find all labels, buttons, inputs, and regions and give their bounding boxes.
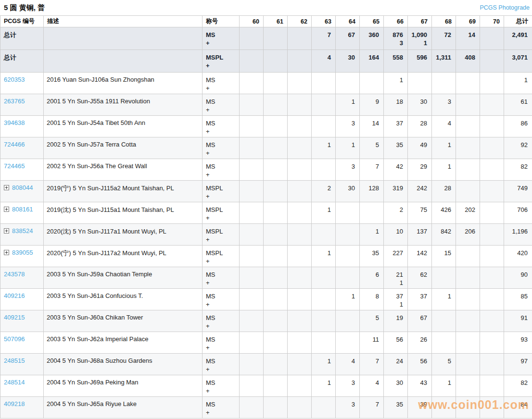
- coin-row: 2435782003 5 Yn Sun-J59a Chaotian Temple…: [0, 267, 532, 289]
- grade-count: 7: [361, 357, 379, 365]
- pcgs-id-cell: 838524: [0, 224, 44, 246]
- grade-count-cell-70: [480, 159, 504, 181]
- grade-count-cell-70: [480, 310, 504, 332]
- grade-count-cell-65: 1: [360, 224, 384, 246]
- pcgs-id-link[interactable]: 839055: [12, 249, 33, 256]
- row-total-cell: 92: [504, 137, 532, 159]
- pcgs-id-link[interactable]: 409215: [4, 314, 25, 321]
- grade-count: 67: [409, 314, 427, 322]
- grade-count-cell-64: 3: [336, 159, 360, 181]
- pcgs-id-link[interactable]: 248514: [4, 379, 25, 386]
- description-cell: 2002 5 Yn Sun-J56a The Great Wall: [44, 159, 203, 181]
- designation-cell: MSPL+: [203, 202, 240, 224]
- pcgs-id-wrap: 243578: [4, 271, 41, 278]
- grade-count-cell-62: [288, 116, 312, 137]
- pcgs-id-link[interactable]: 808044: [12, 184, 33, 191]
- pcgs-id-link[interactable]: 620353: [4, 76, 25, 83]
- grade-count: 28: [409, 119, 427, 127]
- designation-plus: +: [206, 300, 236, 308]
- grade-count-cell-62: [288, 202, 312, 224]
- pcgs-id-link[interactable]: 394638: [4, 119, 25, 126]
- grade-count-cell-60: [240, 202, 264, 224]
- grade-count: 137: [409, 227, 427, 235]
- grade-count-cell-65: 5: [360, 310, 384, 332]
- grade-count-cell-61: [264, 181, 288, 202]
- coin-row: 4092162003 5 Yn Sun-J61a Confucious T.MS…: [0, 289, 532, 310]
- column-header-pcgs-id: PCGS 编号: [0, 16, 44, 27]
- coin-row: 4092152003 5 Yn Sun-J60a Chikan TowerMS+…: [0, 310, 532, 332]
- pcgs-id-link[interactable]: 724466: [4, 141, 25, 148]
- grade-count-cell-64: [336, 224, 360, 246]
- pcgs-id-cell: 839055: [0, 246, 44, 267]
- grade-count-cell-68: 426: [432, 202, 456, 224]
- grade-count: 30: [337, 53, 355, 62]
- grade-count-cell-63: [312, 310, 336, 332]
- designation-plus: +: [206, 235, 236, 244]
- pcgs-id-link[interactable]: 248515: [4, 357, 25, 364]
- coin-row: 8385242020(沈) 5 Yn Sun-J117a1 Mount Wuyi…: [0, 224, 532, 246]
- grade-count: 8: [361, 292, 379, 300]
- designation-text: MS: [206, 31, 236, 39]
- column-header-designation: 称号: [203, 16, 240, 27]
- description-cell: 2001 5 Yn Sun-J55a 1911 Revolution: [44, 94, 203, 116]
- pcgs-id-link[interactable]: 243578: [4, 271, 25, 278]
- row-total-cell: 1,196: [504, 224, 532, 246]
- pcgs-id-link[interactable]: 808161: [12, 206, 33, 213]
- grade-count-cell-67: 43: [408, 375, 432, 397]
- grade-count-cell-70: [480, 202, 504, 224]
- coin-description: 2001 5 Yn Sun-J54a Tibet 50th Ann: [47, 119, 145, 126]
- pcgs-id-wrap: 808044: [4, 184, 41, 191]
- coin-row: 7244662002 5 Yn Sun-J57a Terra CottaMS+1…: [0, 137, 532, 159]
- pcgs-id-link[interactable]: 409216: [4, 292, 25, 299]
- grade-count-cell-66: 30: [384, 375, 408, 397]
- grade-count-cell-68: [432, 267, 456, 289]
- row-total-cell: 1: [504, 73, 532, 94]
- grade-count-cell-63: 1: [312, 375, 336, 397]
- table-header-row: PCGS 编号描述称号6061626364656667686970总计: [0, 16, 532, 27]
- description-cell: 2019(宁) 5 Yn Sun-J115a2 Mount Taishan, P…: [44, 181, 203, 202]
- grade-count-cell-62: [288, 94, 312, 116]
- grade-count: 206: [457, 227, 475, 235]
- grade-count-cell-60: [240, 397, 264, 419]
- grade-count-cell-60: [240, 332, 264, 354]
- grade-count-cell-63: [312, 94, 336, 116]
- designation-cell: MSPL+: [203, 181, 240, 202]
- expand-icon[interactable]: [4, 207, 9, 212]
- pcgs-id-link[interactable]: 409218: [4, 400, 25, 407]
- grade-count-cell-70: [480, 27, 504, 50]
- grade-plus-count: 1: [409, 39, 427, 47]
- pcgs-id-link[interactable]: 724465: [4, 162, 25, 170]
- grade-count-cell-65: 35: [360, 246, 384, 267]
- grade-count-cell-69: [456, 159, 480, 181]
- grade-count-cell-61: [264, 354, 288, 375]
- pcgs-id-link[interactable]: 838524: [12, 227, 33, 234]
- description-cell: 2002 5 Yn Sun-J57a Terra Cotta: [44, 137, 203, 159]
- grade-count: 1: [337, 292, 355, 300]
- description-cell: 2003 5 Yn Sun-J61a Confucious T.: [44, 289, 203, 310]
- grade-count-cell-61: [264, 27, 288, 50]
- grade-count-cell-60: [240, 94, 264, 116]
- description-cell: 2004 5 Yn Sun-J65a Riyue Lake: [44, 397, 203, 419]
- coin-row: 8081612019(沈) 5 Yn Sun-J115a1 Mount Tais…: [0, 202, 532, 224]
- grade-count-cell-67: 67: [408, 310, 432, 332]
- grade-count-cell-64: 4: [336, 354, 360, 375]
- expand-icon[interactable]: [4, 228, 9, 234]
- expand-icon[interactable]: [4, 185, 9, 190]
- grade-count-cell-70: [480, 224, 504, 246]
- grade-count: 10: [385, 227, 403, 235]
- grade-count: 3: [337, 400, 355, 408]
- description-cell: 2003 5 Yn Sun-J59a Chaotian Temple: [44, 267, 203, 289]
- pcgs-photograde-link[interactable]: PCGS Photograde: [480, 4, 530, 11]
- pcgs-id-wrap: 248515: [4, 357, 41, 364]
- grade-count-cell-67: 28: [408, 116, 432, 137]
- designation-text: MS: [206, 292, 236, 300]
- pcgs-id-link[interactable]: 507096: [4, 335, 25, 343]
- grade-count: 56: [409, 357, 427, 365]
- grade-count: 1: [385, 76, 403, 84]
- grade-count-cell-70: [480, 73, 504, 94]
- grade-count: 4: [313, 53, 331, 62]
- grade-count-cell-61: [264, 267, 288, 289]
- expand-icon[interactable]: [4, 250, 9, 255]
- totals-row: 总计MS+76736087631,090172142,491: [0, 27, 532, 50]
- pcgs-id-link[interactable]: 263765: [4, 98, 25, 105]
